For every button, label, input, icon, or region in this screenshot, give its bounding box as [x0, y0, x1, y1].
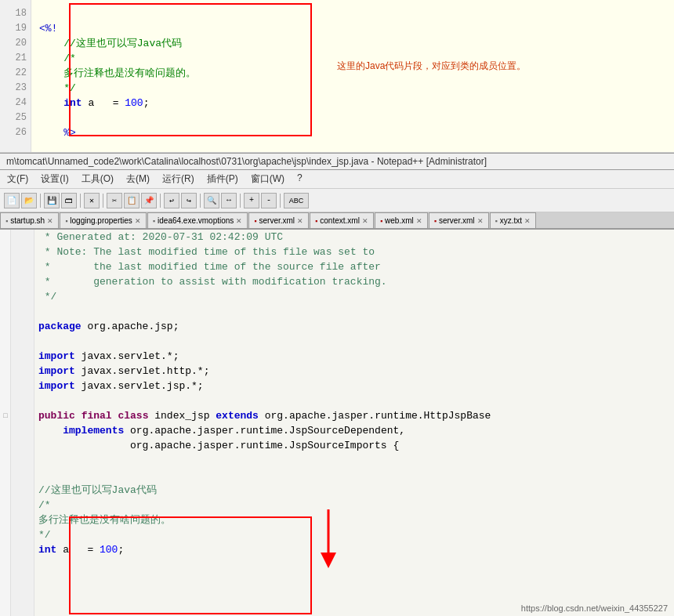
fold-marker-7[interactable]: [0, 319, 11, 334]
code-line-comment1: * Generated at: 2020-07-31 02:42:09 UTC: [38, 230, 670, 245]
tab-xyz[interactable]: ▪ xyz.txt ✕: [490, 212, 537, 228]
code-line-blank2: [38, 334, 670, 349]
menu-run[interactable]: 运行(R): [159, 172, 197, 187]
title-bar: m\tomcat\Unnamed_code2\work\Catalina\loc…: [0, 153, 674, 170]
fold-marker-2[interactable]: [0, 245, 11, 259]
code-line-multicomment-start: /*: [38, 498, 670, 513]
tab-server2[interactable]: ▪ server.xml ✕: [429, 212, 489, 228]
menu-goto[interactable]: 去(M): [123, 172, 153, 187]
fold-marker-16[interactable]: [0, 453, 11, 468]
toolbar-save-all[interactable]: 🗃: [61, 193, 77, 208]
menu-plugins[interactable]: 插件(P): [204, 172, 241, 187]
menu-window[interactable]: 窗口(W): [248, 172, 288, 187]
tab-context-label: context.xml: [320, 216, 360, 225]
tab-web-close[interactable]: ✕: [416, 217, 422, 225]
menu-settings[interactable]: 设置(I): [38, 172, 71, 187]
fold-marker-13[interactable]: □: [0, 408, 11, 423]
fold-marker-6[interactable]: [0, 304, 11, 319]
toolbar-paste[interactable]: 📌: [141, 193, 157, 208]
toolbar-copy[interactable]: 📋: [124, 193, 140, 208]
tab-idea64-label: idea64.exe.vmoptions: [158, 216, 234, 225]
toolbar-save[interactable]: 💾: [44, 193, 60, 208]
fold-marker-8[interactable]: [0, 334, 11, 349]
code-line: int a = 100;: [39, 96, 666, 111]
tab-context-close[interactable]: ✕: [362, 217, 368, 225]
toolbar: 📄 📂 💾 🗃 ✕ ✂ 📋 📌 ↩ ↪ 🔍 ↔ + - ABC: [0, 189, 674, 212]
tab-startup[interactable]: ▪ startup.sh ✕: [0, 212, 59, 228]
code-line-blank1: [38, 304, 670, 319]
fold-marker-15[interactable]: [0, 438, 11, 453]
fold-marker-10[interactable]: [0, 364, 11, 379]
fold-marker-14[interactable]: [0, 423, 11, 438]
toolbar-zoom-in[interactable]: +: [244, 193, 259, 208]
toolbar-sep7: [280, 194, 281, 208]
tab-xyz-close[interactable]: ✕: [524, 217, 531, 225]
toolbar-replace[interactable]: ↔: [221, 193, 237, 208]
tab-idea64[interactable]: ▪ idea64.exe.vmoptions ✕: [147, 212, 248, 228]
notepad-window: m\tomcat\Unnamed_code2\work\Catalina\loc…: [0, 153, 674, 616]
code-line: [39, 111, 666, 125]
toolbar-abc[interactable]: ABC: [284, 193, 309, 208]
code-line-blank3: [38, 393, 670, 408]
fold-marker-1[interactable]: [0, 230, 11, 245]
toolbar-sep5: [200, 194, 201, 208]
tab-xyz-label: xyz.txt: [500, 216, 522, 225]
tab-web[interactable]: ▪ web.xml ✕: [375, 212, 428, 228]
tab-server1-close[interactable]: ✕: [297, 217, 303, 225]
annotation-top: 这里的Java代码片段，对应到类的成员位置。: [337, 59, 526, 74]
toolbar-zoom-out[interactable]: -: [261, 193, 277, 208]
code-line-comment2: * Note: The last modified time of this f…: [38, 245, 670, 259]
toolbar-find[interactable]: 🔍: [204, 193, 219, 208]
toolbar-redo[interactable]: ↪: [181, 193, 197, 208]
tab-server1[interactable]: ▪ server.xml ✕: [248, 212, 309, 228]
code-line-import3: import javax.servlet.jsp.*;: [38, 379, 670, 393]
fold-marker-11[interactable]: [0, 379, 11, 393]
toolbar-close[interactable]: ✕: [84, 193, 100, 208]
line-numbers-top: 18 19 20 21 22 23 24 25 26: [0, 0, 31, 152]
code-line: */: [39, 81, 666, 96]
code-line-multicomment-end: */: [38, 527, 670, 542]
fold-marker-9[interactable]: [0, 349, 11, 364]
menu-help[interactable]: ?: [294, 172, 306, 187]
tab-server1-label: server.xml: [259, 216, 295, 225]
fold-marker-4[interactable]: [0, 274, 11, 289]
tab-web-label: web.xml: [385, 216, 414, 225]
toolbar-sep2: [80, 194, 81, 208]
top-editor-section: 18 19 20 21 22 23 24 25 26 <%! //这里也可以写J…: [0, 0, 674, 153]
line-numbers-main: [11, 230, 34, 616]
toolbar-sep4: [160, 194, 161, 208]
toolbar-cut[interactable]: ✂: [107, 193, 122, 208]
code-line-blank4: [38, 453, 670, 468]
code-editor[interactable]: * Generated at: 2020-07-31 02:42:09 UTC …: [34, 230, 674, 616]
menu-tools[interactable]: 工具(O): [78, 172, 117, 187]
tab-server2-close[interactable]: ✕: [477, 217, 484, 225]
fold-marker-3[interactable]: [0, 259, 11, 274]
code-line: //这里也可以写Java代码: [39, 36, 666, 51]
code-line-implements: implements org.apache.jasper.runtime.Jsp…: [38, 423, 670, 438]
code-line-import2: import javax.servlet.http.*;: [38, 364, 670, 379]
code-line-single-comment: //这里也可以写Java代码: [38, 483, 670, 498]
tab-context[interactable]: ▪ context.xml ✕: [310, 212, 374, 228]
tab-idea64-close[interactable]: ✕: [236, 217, 242, 225]
tab-bar: ▪ startup.sh ✕ ▪ logging.properties ✕ ▪ …: [0, 212, 674, 230]
tab-startup-close[interactable]: ✕: [47, 217, 53, 225]
code-line-imports: org.apache.jasper.runtime.JspSourceImpor…: [38, 438, 670, 453]
title-text: m\tomcat\Unnamed_code2\work\Catalina\loc…: [6, 156, 487, 167]
editor-wrapper: □ * Generated at: 2020-07-31 02:42:09 UT…: [0, 230, 674, 616]
tab-logging[interactable]: ▪ logging.properties ✕: [60, 212, 147, 228]
tab-startup-label: startup.sh: [10, 216, 45, 225]
tab-logging-close[interactable]: ✕: [135, 217, 141, 225]
toolbar-undo[interactable]: ↩: [164, 193, 179, 208]
toolbar-sep6: [240, 194, 241, 208]
toolbar-new[interactable]: 📄: [4, 193, 20, 208]
menu-bar: 文(F) 设置(I) 工具(O) 去(M) 运行(R) 插件(P) 窗口(W) …: [0, 170, 674, 189]
code-line-blank5: [38, 468, 670, 483]
fold-column: □: [0, 230, 11, 616]
code-line-comment5: */: [38, 289, 670, 304]
code-line: [39, 6, 666, 21]
fold-marker-5[interactable]: [0, 289, 11, 304]
tab-server2-label: server.xml: [439, 216, 475, 225]
toolbar-open[interactable]: 📂: [21, 193, 37, 208]
fold-marker-12[interactable]: [0, 393, 11, 408]
menu-file[interactable]: 文(F): [4, 172, 31, 187]
